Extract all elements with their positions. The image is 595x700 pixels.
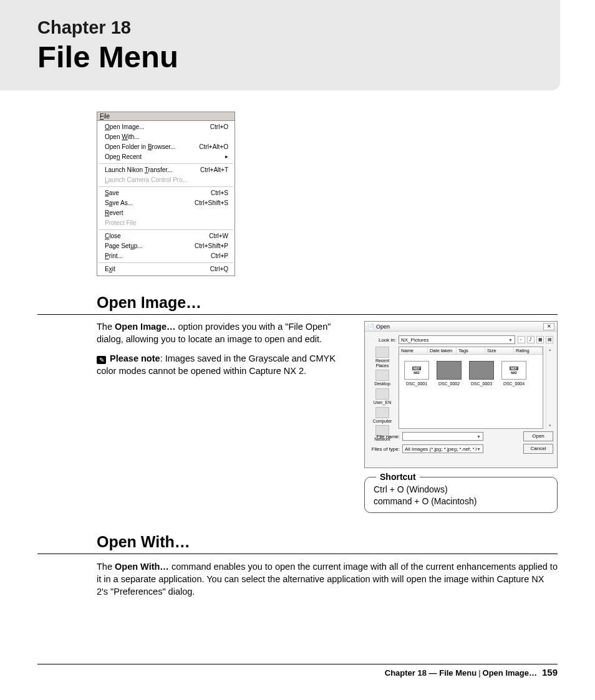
chapter-header: Chapter 18 File Menu bbox=[0, 0, 560, 90]
rule bbox=[37, 554, 558, 554]
back-icon: ← bbox=[518, 336, 525, 343]
menu-item: Launch Camera Control Pro... bbox=[99, 175, 233, 185]
column-header: Tags bbox=[457, 347, 485, 354]
page-footer: Chapter 18 — File Menu|Open Image…159 bbox=[37, 664, 558, 678]
rule bbox=[37, 314, 558, 315]
shortcut-windows: Ctrl + O (Windows) bbox=[374, 484, 548, 496]
section-heading-open-with: Open With… bbox=[37, 533, 558, 551]
menu-item: Open Folder in Browser...Ctrl+Alt+O bbox=[99, 142, 233, 152]
new-folder-icon: ▦ bbox=[536, 336, 544, 343]
page-number: 159 bbox=[542, 667, 558, 678]
view-icon: ▤ bbox=[546, 336, 553, 343]
file-type-combo: All Images (*.jpg; *.jpeg; *.nef; *.tif;… bbox=[402, 444, 483, 453]
menu-item: CloseCtrl+W bbox=[99, 231, 233, 241]
open-dialog-screenshot: 📄 Open ✕ Look in: NX_Pictures▼ ← ⤴ ▦ ▤ bbox=[364, 321, 558, 468]
menu-item: Open With... bbox=[99, 132, 233, 142]
close-icon: ✕ bbox=[543, 323, 554, 330]
menu-item: Launch Nikon Transfer...Ctrl+Alt+T bbox=[99, 165, 233, 175]
note-label: Please note bbox=[110, 353, 160, 363]
footer-chapter: Chapter 18 — File Menu bbox=[385, 668, 476, 678]
shortcut-legend: Shortcut bbox=[376, 471, 420, 483]
menu-item: Print...Ctrl+P bbox=[99, 251, 233, 261]
open-image-text: The Open Image… option provides you with… bbox=[97, 321, 351, 513]
file-thumbnail: NEFNX2DSC_0004 bbox=[500, 361, 528, 422]
open-button: Open bbox=[523, 431, 553, 441]
menu-item: Save As...Ctrl+Shift+S bbox=[99, 198, 233, 208]
menu-item: ExitCtrl+Q bbox=[99, 264, 233, 274]
scrollbar: ▴▾ bbox=[546, 347, 553, 429]
nav-icons: ← ⤴ ▦ ▤ bbox=[518, 336, 553, 343]
text: The bbox=[97, 562, 115, 572]
menu-item: Revert bbox=[99, 208, 233, 218]
file-thumbnail: DSC_0003 bbox=[468, 361, 495, 422]
text-bold: Open With… bbox=[115, 562, 169, 572]
column-header: Date taken bbox=[428, 347, 457, 354]
open-with-text: The Open With… command enables you to op… bbox=[37, 560, 558, 598]
file-name-label: File name: bbox=[369, 434, 400, 439]
section-heading-open-image: Open Image… bbox=[37, 294, 558, 312]
menu-item: Page Setup...Ctrl+Shift+P bbox=[99, 241, 233, 251]
places-item: Desktop bbox=[370, 370, 395, 386]
look-in-combo: NX_Pictures▼ bbox=[399, 335, 515, 344]
cancel-button: Cancel bbox=[523, 444, 553, 454]
places-item: Computer bbox=[370, 407, 395, 424]
menu-item: SaveCtrl+S bbox=[99, 188, 233, 198]
note-icon: ✎ bbox=[97, 356, 106, 364]
menu-title: File bbox=[97, 112, 235, 121]
column-header: Name bbox=[399, 347, 428, 354]
menu-item: Open Recent▸ bbox=[99, 152, 233, 162]
file-name-field: ▼ bbox=[402, 432, 483, 441]
places-item: User_EN bbox=[370, 388, 395, 405]
column-header: Rating bbox=[514, 347, 543, 354]
shortcut-mac: command + O (Macintosh) bbox=[374, 496, 548, 507]
file-type-label: Files of type: bbox=[369, 446, 400, 452]
file-thumbnail: DSC_0002 bbox=[435, 361, 463, 422]
column-header: Size bbox=[485, 347, 514, 354]
menu-item: Open Image...Ctrl+O bbox=[99, 122, 233, 132]
chapter-title: File Menu bbox=[37, 39, 560, 74]
menu-item: Protect File bbox=[99, 218, 233, 228]
up-icon: ⤴ bbox=[527, 336, 535, 343]
look-in-label: Look in: bbox=[369, 337, 396, 343]
footer-section: Open Image… bbox=[483, 668, 537, 678]
text: The bbox=[97, 322, 115, 332]
text-bold: Open Image… bbox=[115, 322, 176, 332]
chapter-label: Chapter 18 bbox=[37, 17, 560, 38]
shortcut-box: Shortcut Ctrl + O (Windows) command + O … bbox=[364, 477, 558, 513]
file-thumbnail: NEFNX2DSC_0001 bbox=[403, 361, 430, 422]
dialog-title: 📄 Open bbox=[367, 324, 390, 330]
file-menu-screenshot: File Open Image...Ctrl+OOpen With...Open… bbox=[97, 112, 235, 276]
places-item: Recent Places bbox=[370, 347, 395, 368]
